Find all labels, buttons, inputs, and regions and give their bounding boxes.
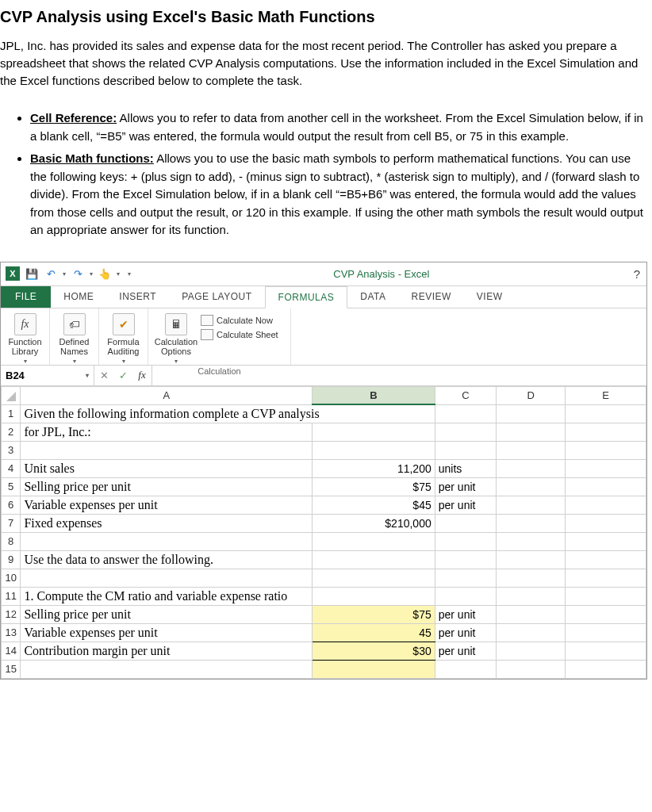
cell[interactable] — [496, 642, 565, 660]
redo-dropdown-icon[interactable]: ▾ — [90, 270, 93, 278]
cell[interactable]: per unit — [435, 623, 496, 642]
cell[interactable] — [435, 404, 496, 423]
cell[interactable] — [496, 423, 565, 441]
row-header[interactable]: 9 — [2, 550, 21, 569]
cell[interactable] — [435, 532, 496, 550]
cell[interactable]: for JPL, Inc.: — [21, 423, 313, 441]
col-header-b[interactable]: B — [313, 386, 435, 404]
cell[interactable] — [21, 532, 313, 550]
row-header[interactable]: 6 — [2, 496, 21, 514]
cell[interactable]: per unit — [435, 477, 496, 496]
col-header-d[interactable]: D — [496, 386, 565, 404]
cell[interactable] — [496, 623, 565, 642]
cell[interactable] — [496, 459, 565, 477]
calculation-options-button[interactable]: 🖩 Calculation Options ▾ — [153, 312, 199, 365]
col-header-a[interactable]: A — [21, 386, 313, 404]
name-box[interactable]: B24 ▾ — [1, 366, 94, 385]
cell[interactable]: 1. Compute the CM ratio and variable exp… — [21, 587, 313, 605]
cell[interactable] — [566, 605, 646, 623]
row-header[interactable]: 2 — [2, 423, 21, 441]
cell[interactable]: Use the data to answer the following. — [21, 550, 313, 569]
tab-insert[interactable]: INSERT — [106, 286, 169, 308]
cell[interactable] — [566, 587, 646, 605]
cell[interactable] — [566, 441, 646, 459]
cell[interactable] — [313, 550, 435, 569]
cell[interactable] — [21, 569, 313, 587]
tab-formulas[interactable]: FORMULAS — [265, 286, 348, 308]
cell[interactable]: Selling price per unit — [21, 605, 313, 623]
cell[interactable] — [496, 569, 565, 587]
qat-customize-icon[interactable]: ▾ — [128, 270, 131, 278]
cell[interactable]: Given the following information complete… — [21, 404, 435, 423]
cell[interactable]: $210,000 — [313, 514, 435, 532]
cell[interactable] — [435, 569, 496, 587]
cell[interactable] — [435, 514, 496, 532]
tab-file[interactable]: FILE — [1, 286, 51, 308]
row-header[interactable]: 11 — [2, 587, 21, 605]
cell-highlight[interactable] — [313, 660, 435, 678]
enter-icon[interactable]: ✓ — [113, 370, 132, 381]
cell[interactable] — [435, 587, 496, 605]
row-header[interactable]: 15 — [2, 660, 21, 678]
cell[interactable]: Contribution margin per unit — [21, 642, 313, 660]
row-header[interactable]: 12 — [2, 605, 21, 623]
cell[interactable] — [313, 587, 435, 605]
cell[interactable] — [566, 660, 646, 678]
cell[interactable] — [496, 532, 565, 550]
cell[interactable]: 11,200 — [313, 459, 435, 477]
tab-view[interactable]: VIEW — [464, 286, 516, 308]
tab-home[interactable]: HOME — [51, 286, 106, 308]
cell[interactable] — [21, 660, 313, 678]
undo-dropdown-icon[interactable]: ▾ — [63, 270, 66, 278]
cell[interactable] — [496, 496, 565, 514]
row-header[interactable]: 10 — [2, 569, 21, 587]
cell[interactable] — [566, 514, 646, 532]
row-header[interactable]: 13 — [2, 623, 21, 642]
cell[interactable] — [566, 642, 646, 660]
cell[interactable] — [313, 569, 435, 587]
cell[interactable] — [435, 441, 496, 459]
cell[interactable]: per unit — [435, 642, 496, 660]
cell-highlight[interactable]: $75 — [313, 605, 435, 623]
cell[interactable] — [313, 441, 435, 459]
formula-input[interactable] — [152, 366, 646, 385]
cell[interactable]: per unit — [435, 605, 496, 623]
function-library-button[interactable]: fx Function Library ▾ — [6, 312, 44, 365]
cell[interactable] — [566, 477, 646, 496]
cell[interactable] — [496, 404, 565, 423]
spreadsheet-grid[interactable]: A B C D E 1Given the following informati… — [1, 386, 646, 679]
defined-names-button[interactable]: 🏷 Defined Names ▾ — [55, 312, 94, 365]
undo-icon[interactable]: ↶ — [44, 266, 58, 281]
cell-highlight[interactable]: $30 — [313, 642, 435, 660]
row-header[interactable]: 4 — [2, 459, 21, 477]
row-header[interactable]: 3 — [2, 441, 21, 459]
cell[interactable] — [435, 550, 496, 569]
cell[interactable] — [566, 404, 646, 423]
cell[interactable] — [496, 550, 565, 569]
cell[interactable] — [566, 532, 646, 550]
cell[interactable]: Fixed expenses — [21, 514, 313, 532]
touch-mode-icon[interactable]: 👆 — [98, 266, 112, 281]
touch-dropdown-icon[interactable]: ▾ — [117, 270, 120, 278]
tab-review[interactable]: REVIEW — [398, 286, 463, 308]
cell[interactable] — [496, 514, 565, 532]
cell[interactable] — [496, 587, 565, 605]
cell[interactable]: Unit sales — [21, 459, 313, 477]
calculate-sheet-button[interactable]: Calculate Sheet — [201, 329, 286, 340]
cell[interactable] — [566, 550, 646, 569]
cell[interactable] — [496, 441, 565, 459]
cell[interactable]: Variable expenses per unit — [21, 496, 313, 514]
cell[interactable] — [496, 477, 565, 496]
select-all-corner[interactable] — [2, 386, 21, 404]
save-icon[interactable]: 💾 — [25, 266, 39, 281]
col-header-c[interactable]: C — [435, 386, 496, 404]
cell[interactable] — [566, 569, 646, 587]
cell[interactable]: Selling price per unit — [21, 477, 313, 496]
help-button[interactable]: ? — [627, 267, 646, 281]
cell[interactable] — [435, 660, 496, 678]
row-header[interactable]: 8 — [2, 532, 21, 550]
col-header-e[interactable]: E — [566, 386, 646, 404]
cell[interactable]: per unit — [435, 496, 496, 514]
cell[interactable]: Variable expenses per unit — [21, 623, 313, 642]
row-header[interactable]: 7 — [2, 514, 21, 532]
